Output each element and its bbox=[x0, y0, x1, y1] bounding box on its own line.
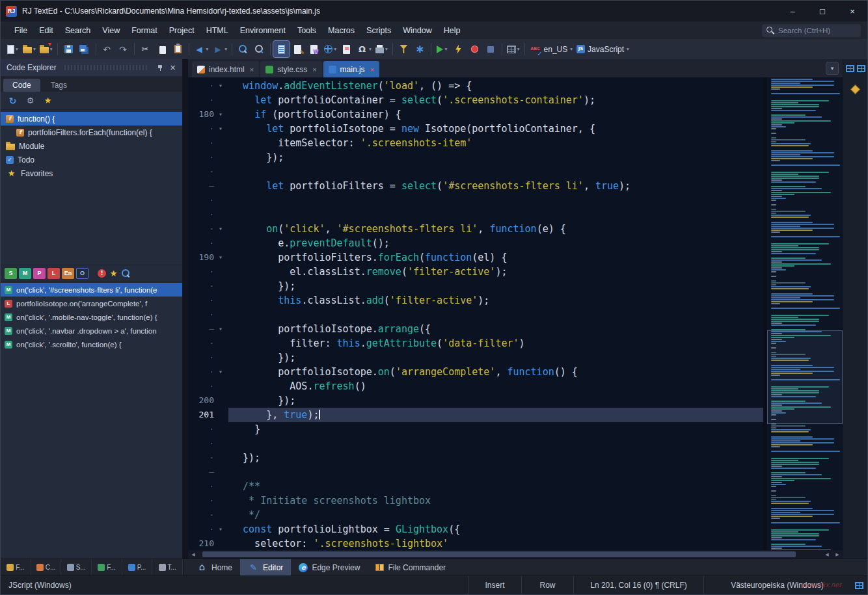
navigate-forward-button[interactable]: ▶▾ bbox=[210, 41, 229, 57]
record-macro-button[interactable] bbox=[467, 41, 483, 57]
view-tab-editor[interactable]: ✎Editor bbox=[240, 559, 291, 575]
tree-item[interactable]: fportfolioFilters.forEach(function(el) { bbox=[1, 126, 182, 139]
view-tab-edge-preview[interactable]: eEdge Preview bbox=[291, 559, 368, 575]
code-line[interactable]: –▾ portfolioIsotope.arrange({ bbox=[188, 322, 763, 336]
save-button[interactable] bbox=[61, 41, 77, 57]
paste-button[interactable] bbox=[170, 41, 186, 57]
code-line[interactable]: · }); bbox=[188, 150, 763, 165]
pin-icon[interactable] bbox=[157, 64, 163, 72]
tree-item[interactable]: Module bbox=[1, 139, 182, 153]
menu-html[interactable]: HTML bbox=[200, 23, 234, 38]
open-remote-button[interactable]: ▾ bbox=[38, 41, 55, 57]
minimap[interactable] bbox=[767, 77, 843, 550]
code-line[interactable]: – let portfolioFilters = select('#screen… bbox=[188, 179, 763, 193]
menu-tools[interactable]: Tools bbox=[292, 23, 322, 38]
browser-preview-button[interactable]: ▾ bbox=[322, 41, 338, 57]
redo-button[interactable]: ↷ bbox=[115, 41, 131, 57]
editor-tab-main-js[interactable]: main.js× bbox=[323, 61, 379, 77]
clips-panel-tab[interactable]: C... bbox=[31, 559, 62, 575]
format-code-button[interactable]: ∗ bbox=[412, 41, 428, 57]
code-line[interactable]: – bbox=[188, 465, 763, 479]
maximize-button[interactable]: □ bbox=[807, 1, 837, 21]
panel-close-icon[interactable]: × bbox=[167, 62, 178, 73]
status-field-row-mode[interactable]: Row bbox=[521, 576, 573, 594]
refresh-icon[interactable]: ↻ bbox=[7, 95, 18, 106]
fold-toggle-icon[interactable]: ▾ bbox=[214, 122, 227, 136]
fold-toggle-icon[interactable]: ▾ bbox=[214, 79, 227, 93]
code-line[interactable]: · }); bbox=[188, 451, 763, 465]
menu-file[interactable]: File bbox=[8, 23, 33, 38]
minimap-viewport[interactable] bbox=[767, 330, 843, 424]
menu-help[interactable]: Help bbox=[438, 23, 467, 38]
copy-button[interactable] bbox=[154, 41, 170, 57]
spell-language-select[interactable]: ABCen_US▾ bbox=[528, 41, 575, 57]
open-file-button[interactable]: ▾ bbox=[21, 41, 38, 57]
code-line[interactable]: 180▾ if (portfolioContainer) { bbox=[188, 107, 763, 122]
code-line[interactable]: · bbox=[188, 308, 763, 322]
code-line[interactable]: · * Initiate screenshots lightbox bbox=[188, 494, 763, 508]
wrap-document-button[interactable] bbox=[306, 41, 322, 57]
code-line[interactable]: ·▾ window.addEventListener('load', () =>… bbox=[188, 79, 763, 93]
merge-tool-button[interactable] bbox=[396, 41, 412, 57]
panel-tab-code[interactable]: Code bbox=[3, 79, 40, 92]
tree-item[interactable]: ★Favorites bbox=[1, 166, 182, 180]
menu-format[interactable]: Format bbox=[126, 23, 163, 38]
menu-scripts[interactable]: Scripts bbox=[360, 23, 397, 38]
projects-panel-tab[interactable]: P... bbox=[122, 559, 153, 575]
symbols-filter-en[interactable]: En bbox=[62, 268, 74, 279]
search-input[interactable] bbox=[778, 27, 856, 34]
menu-window[interactable]: Window bbox=[397, 23, 437, 38]
search-panel-tab[interactable]: S... bbox=[61, 559, 92, 575]
files-panel-tab[interactable]: F... bbox=[1, 559, 31, 575]
code-line[interactable]: · */ bbox=[188, 508, 763, 522]
scroll-right-icon[interactable]: ▶ bbox=[832, 552, 843, 557]
code-line[interactable]: · bbox=[188, 436, 763, 451]
fold-toggle-icon[interactable]: ▾ bbox=[214, 522, 227, 536]
resize-grip[interactable] bbox=[850, 576, 867, 594]
validate-document-button[interactable] bbox=[338, 41, 355, 57]
stop-macro-button[interactable] bbox=[483, 41, 499, 57]
editor-tab-index-html[interactable]: index.html× bbox=[192, 61, 259, 77]
menu-macros[interactable]: Macros bbox=[322, 23, 360, 38]
code-line[interactable]: · this.classList.add('filter-active'); bbox=[188, 293, 763, 308]
new-file-button[interactable]: ▾ bbox=[5, 41, 21, 57]
code-line[interactable]: 190▾ portfolioFilters.forEach(function(e… bbox=[188, 250, 763, 265]
zoom-search-button[interactable] bbox=[235, 41, 251, 57]
menu-environment[interactable]: Environment bbox=[234, 23, 292, 38]
fold-toggle-icon[interactable]: ▾ bbox=[214, 322, 227, 336]
layout-grid-button[interactable]: ▾ bbox=[505, 41, 522, 57]
code-line[interactable]: · /** bbox=[188, 479, 763, 494]
fold-toggle-icon[interactable]: ▾ bbox=[214, 107, 227, 122]
menu-view[interactable]: View bbox=[96, 23, 126, 38]
code-line[interactable]: · bbox=[188, 207, 763, 222]
save-all-button[interactable] bbox=[77, 41, 93, 57]
menu-search[interactable]: Search bbox=[59, 23, 97, 38]
edit-document-button[interactable] bbox=[290, 41, 306, 57]
ftp-panel-tab[interactable]: F... bbox=[92, 559, 122, 575]
symbol-item[interactable]: Mon('click', '.navbar .dropdown > a', fu… bbox=[1, 324, 182, 337]
code-line[interactable]: · } bbox=[188, 422, 763, 436]
fold-toggle-icon[interactable]: ▾ bbox=[214, 365, 227, 379]
scroll-left-icon[interactable]: ◀ bbox=[188, 552, 198, 557]
symbols-filter-m[interactable]: M bbox=[19, 268, 31, 279]
add-favorite-icon[interactable]: ★ bbox=[42, 95, 53, 106]
symbol-item[interactable]: LportfolioIsotope.on('arrangeComplete', … bbox=[1, 297, 182, 310]
scrollbar-track[interactable] bbox=[198, 550, 822, 559]
status-field-caret-position[interactable]: Ln 201, Col 16 (0) ¶ (CRLF) bbox=[573, 576, 703, 594]
marker-diamond-icon[interactable] bbox=[850, 84, 861, 95]
goto-search-button[interactable] bbox=[251, 41, 267, 57]
tab-close-icon[interactable]: × bbox=[250, 66, 254, 73]
split-view-icon[interactable] bbox=[846, 65, 854, 72]
tab-close-icon[interactable]: × bbox=[312, 66, 316, 73]
tree-item[interactable]: ffunction() { bbox=[1, 112, 182, 126]
code-line[interactable]: · itemSelector: '.screenshots-item' bbox=[188, 136, 763, 150]
fold-toggle-icon[interactable]: ▾ bbox=[214, 250, 227, 265]
code-line[interactable]: · }); bbox=[188, 279, 763, 293]
view-tab-home[interactable]: ⌂Home bbox=[189, 559, 240, 575]
navigate-back-button[interactable]: ◀▾ bbox=[192, 41, 211, 57]
code-line[interactable]: · el.classList.remove('filter-active'); bbox=[188, 265, 763, 279]
tab-list-dropdown[interactable]: ▾ bbox=[826, 62, 839, 75]
code-line[interactable]: · AOS.refresh() bbox=[188, 379, 763, 393]
editor-tab-style-css[interactable]: style.css× bbox=[260, 61, 321, 77]
symbol-item[interactable]: Mon('click', '.scrollto', function(e) { bbox=[1, 337, 182, 351]
